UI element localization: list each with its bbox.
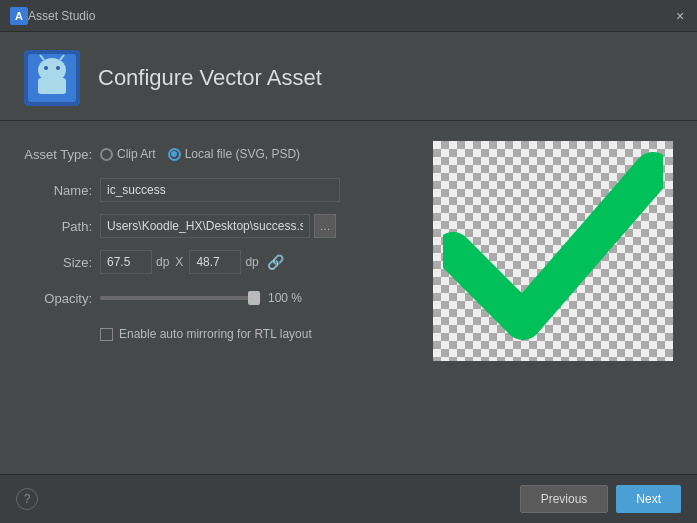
size-height-input[interactable] — [189, 250, 241, 274]
asset-type-label: Asset Type: — [24, 147, 92, 162]
asset-type-radio-group: Clip Art Local file (SVG, PSD) — [100, 147, 300, 161]
size-height-unit: dp — [245, 255, 258, 269]
slider-thumb[interactable] — [248, 291, 260, 305]
preview-area — [433, 141, 673, 361]
svg-point-5 — [44, 66, 48, 70]
dialog-header: Configure Vector Asset — [0, 32, 697, 121]
size-inputs: dp X dp 🔗 — [100, 250, 284, 274]
svg-text:A: A — [15, 10, 23, 22]
opacity-row: Opacity: 100 % — [24, 285, 417, 311]
local-file-label: Local file (SVG, PSD) — [185, 147, 300, 161]
size-label: Size: — [24, 255, 92, 270]
rtl-label: Enable auto mirroring for RTL layout — [119, 327, 312, 341]
content-area: Asset Type: Clip Art Local file (SVG, PS… — [0, 121, 697, 474]
main-container: Configure Vector Asset Asset Type: Clip … — [0, 32, 697, 523]
size-row: Size: dp X dp 🔗 — [24, 249, 417, 275]
rtl-checkbox[interactable] — [100, 328, 113, 341]
local-file-radio[interactable]: Local file (SVG, PSD) — [168, 147, 300, 161]
help-button[interactable]: ? — [16, 488, 38, 510]
name-input[interactable] — [100, 178, 340, 202]
form-area: Asset Type: Clip Art Local file (SVG, PS… — [24, 141, 417, 454]
previous-button[interactable]: Previous — [520, 485, 609, 513]
rtl-row: Enable auto mirroring for RTL layout — [24, 321, 417, 347]
opacity-slider[interactable] — [100, 296, 260, 300]
name-row: Name: — [24, 177, 417, 203]
path-input[interactable] — [100, 214, 310, 238]
next-button[interactable]: Next — [616, 485, 681, 513]
asset-type-row: Asset Type: Clip Art Local file (SVG, PS… — [24, 141, 417, 167]
local-file-radio-circle — [168, 148, 181, 161]
size-width-input[interactable] — [100, 250, 152, 274]
link-icon: 🔗 — [267, 254, 284, 270]
path-label: Path: — [24, 219, 92, 234]
dialog-title: Configure Vector Asset — [98, 65, 322, 91]
clip-art-radio-circle — [100, 148, 113, 161]
svg-point-6 — [56, 66, 60, 70]
opacity-label: Opacity: — [24, 291, 92, 306]
footer: ? Previous Next — [0, 474, 697, 523]
browse-button[interactable]: … — [314, 214, 336, 238]
header-icon — [24, 50, 80, 106]
svg-rect-9 — [38, 78, 66, 94]
size-width-unit: dp — [156, 255, 169, 269]
close-button[interactable]: × — [673, 9, 687, 23]
titlebar: A Asset Studio × — [0, 0, 697, 32]
slider-fill — [100, 296, 260, 300]
app-icon: A — [10, 7, 28, 25]
clip-art-radio[interactable]: Clip Art — [100, 147, 156, 161]
clip-art-label: Clip Art — [117, 147, 156, 161]
path-input-container: … — [100, 214, 336, 238]
preview-checkmark — [443, 151, 663, 351]
rtl-checkbox-row: Enable auto mirroring for RTL layout — [100, 327, 312, 341]
opacity-value: 100 % — [268, 291, 308, 305]
name-label: Name: — [24, 183, 92, 198]
size-x: X — [175, 255, 183, 269]
path-row: Path: … — [24, 213, 417, 239]
window-title: Asset Studio — [28, 9, 673, 23]
opacity-container: 100 % — [100, 291, 308, 305]
